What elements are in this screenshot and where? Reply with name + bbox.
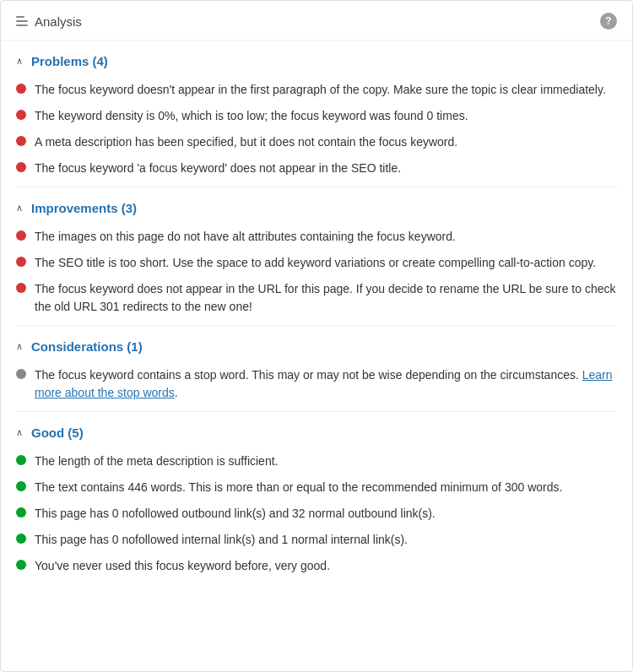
list-item: The images on this page do not have alt …	[16, 224, 617, 250]
considerations-list: The focus keyword contains a stop word. …	[16, 362, 617, 406]
section-problems-header[interactable]: ∧ Problems (4)	[16, 54, 617, 68]
item-text: The focus keyword doesn't appear in the …	[35, 81, 617, 99]
list-item: The focus keyword doesn't appear in the …	[16, 77, 617, 103]
list-item: The length of the meta description is su…	[16, 448, 617, 474]
item-text: The focus keyword contains a stop word. …	[35, 366, 617, 402]
list-item: The text contains 446 words. This is mor…	[16, 474, 617, 501]
dot-green-icon	[16, 455, 26, 465]
dot-green-icon	[16, 560, 26, 570]
analysis-panel: Analysis ? ∧ Problems (4) The focus keyw…	[0, 0, 633, 672]
list-item: This page has 0 nofollowed internal link…	[16, 527, 617, 553]
dot-red-icon	[16, 283, 26, 293]
panel-title-area: Analysis	[16, 14, 82, 29]
list-item: The SEO title is too short. Use the spac…	[16, 250, 617, 276]
improvements-list: The images on this page do not have alt …	[16, 224, 617, 320]
consideration-text-before: The focus keyword contains a stop word. …	[35, 368, 582, 382]
section-considerations: ∧ Considerations (1) The focus keyword c…	[16, 339, 617, 406]
chevron-problems: ∧	[16, 56, 23, 67]
dot-red-icon	[16, 84, 26, 94]
problems-list: The focus keyword doesn't appear in the …	[16, 77, 617, 182]
list-icon	[16, 16, 28, 26]
list-item: This page has 0 nofollowed outbound link…	[16, 501, 617, 527]
chevron-considerations: ∧	[16, 341, 23, 352]
item-text: You've never used this focus keyword bef…	[35, 557, 617, 575]
dot-green-icon	[16, 481, 26, 491]
item-text: This page has 0 nofollowed internal link…	[35, 531, 617, 549]
list-item: The keyword density is 0%, which is too …	[16, 103, 617, 129]
item-text: The text contains 446 words. This is mor…	[35, 479, 617, 496]
section-good: ∧ Good (5) The length of the meta descri…	[16, 425, 617, 579]
section-good-title: Good (5)	[31, 425, 84, 440]
section-good-header[interactable]: ∧ Good (5)	[16, 425, 617, 440]
dot-red-icon	[16, 162, 26, 172]
panel-title: Analysis	[35, 14, 82, 29]
consideration-text-after: .	[175, 386, 178, 399]
list-item: The focus keyword does not appear in the…	[16, 276, 617, 320]
section-improvements: ∧ Improvements (3) The images on this pa…	[16, 201, 617, 320]
section-considerations-title: Considerations (1)	[31, 339, 143, 354]
item-text: The focus keyword 'a focus keyword' does…	[35, 160, 617, 177]
dot-red-icon	[16, 257, 26, 267]
divider	[16, 187, 617, 187]
list-item: A meta description has been specified, b…	[16, 129, 617, 155]
dot-red-icon	[16, 230, 26, 241]
list-item: The focus keyword 'a focus keyword' does…	[16, 155, 617, 182]
item-text: A meta description has been specified, b…	[35, 133, 617, 151]
chevron-improvements: ∧	[16, 203, 23, 214]
section-improvements-header[interactable]: ∧ Improvements (3)	[16, 201, 617, 215]
dot-green-icon	[16, 534, 26, 544]
dot-green-icon	[16, 507, 26, 518]
list-item: The focus keyword contains a stop word. …	[16, 362, 617, 406]
item-text: The focus keyword does not appear in the…	[35, 280, 617, 316]
dot-gray-icon	[16, 369, 26, 379]
item-text: The SEO title is too short. Use the spac…	[35, 254, 617, 272]
section-problems: ∧ Problems (4) The focus keyword doesn't…	[16, 54, 617, 182]
panel-header: Analysis ?	[1, 1, 632, 41]
help-icon[interactable]: ?	[600, 13, 617, 30]
dot-red-icon	[16, 110, 26, 120]
item-text: This page has 0 nofollowed outbound link…	[35, 505, 617, 523]
section-problems-title: Problems (4)	[31, 54, 108, 68]
section-improvements-title: Improvements (3)	[31, 201, 137, 215]
item-text: The images on this page do not have alt …	[35, 228, 617, 246]
chevron-good: ∧	[16, 427, 23, 438]
list-item: You've never used this focus keyword bef…	[16, 553, 617, 579]
divider	[16, 325, 617, 326]
item-text: The keyword density is 0%, which is too …	[35, 107, 617, 125]
item-text: The length of the meta description is su…	[35, 453, 617, 470]
section-considerations-header[interactable]: ∧ Considerations (1)	[16, 339, 617, 354]
good-list: The length of the meta description is su…	[16, 448, 617, 579]
panel-body: ∧ Problems (4) The focus keyword doesn't…	[1, 54, 632, 596]
divider	[16, 411, 617, 412]
dot-red-icon	[16, 136, 26, 146]
